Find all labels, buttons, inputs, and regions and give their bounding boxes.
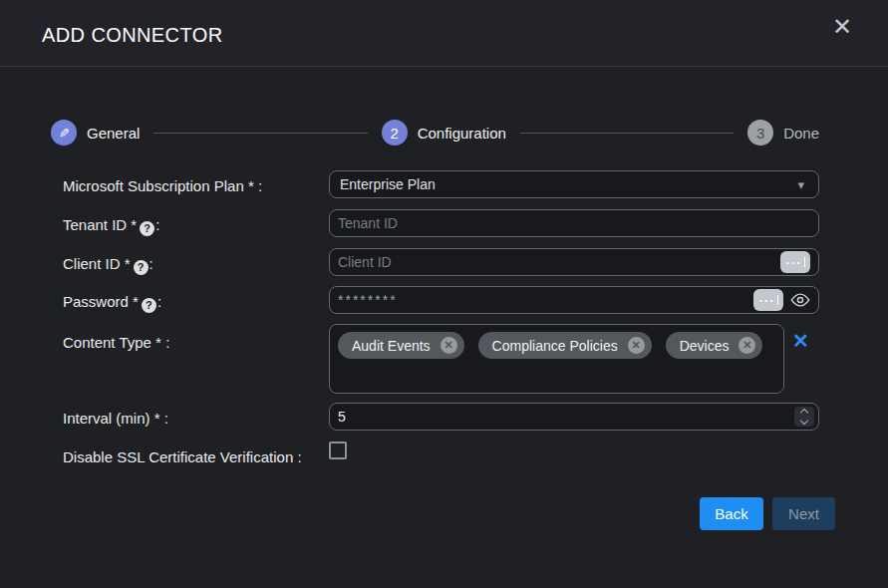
content-type-chip: Devices ✕ (666, 332, 763, 359)
step-configuration-circle: 2 (382, 120, 408, 146)
content-type-label: Content Type * : (63, 333, 312, 352)
step-connector-line (520, 133, 734, 134)
clear-all-icon[interactable]: ✕ (792, 331, 809, 351)
step-general[interactable]: ✎ General (51, 120, 140, 146)
dialog-header: ADD CONNECTOR ✕ (0, 0, 888, 67)
content-type-chip: Audit Events ✕ (338, 332, 464, 359)
step-general-circle[interactable]: ✎ (51, 120, 77, 146)
interval-input[interactable] (338, 409, 810, 425)
back-button[interactable]: Back (700, 497, 763, 530)
step-configuration: 2 Configuration (382, 120, 506, 146)
interval-field-wrap (329, 403, 819, 431)
subscription-plan-value: Enterprise Plan (338, 176, 797, 192)
remove-tag-icon[interactable]: ✕ (739, 337, 755, 354)
ellipsis-picker-button[interactable]: ··· (780, 251, 810, 273)
help-icon[interactable]: ? (140, 221, 154, 236)
subscription-plan-label: Microsoft Subscription Plan * : (63, 176, 312, 195)
tenant-id-field-wrap (329, 209, 819, 237)
client-id-field-wrap: ··· (329, 248, 819, 276)
dialog-title: ADD CONNECTOR (42, 24, 223, 47)
content-type-chip: Compliance Policies ✕ (478, 332, 652, 359)
help-icon[interactable]: ? (142, 298, 156, 313)
number-stepper[interactable] (794, 407, 814, 427)
password-field-wrap: ··· (329, 286, 819, 314)
client-id-input[interactable] (338, 254, 774, 270)
add-connector-dialog: ADD CONNECTOR ✕ ✎ General 2 Configuratio… (0, 0, 888, 588)
step-done-circle: 3 (747, 120, 773, 146)
tenant-id-input[interactable] (338, 215, 810, 231)
ellipsis-picker-button[interactable]: ··· (753, 289, 783, 311)
close-icon[interactable]: ✕ (832, 15, 852, 39)
interval-label: Interval (min) * : (63, 409, 312, 428)
stepper-down-icon[interactable] (800, 417, 808, 425)
password-input[interactable] (338, 292, 747, 308)
step-configuration-label: Configuration (418, 125, 506, 142)
step-done-label: Done (783, 125, 819, 142)
pencil-icon: ✎ (59, 126, 70, 141)
step-connector-line (153, 133, 367, 134)
eye-icon[interactable] (790, 293, 810, 307)
ssl-verification-label: Disable SSL Certificate Verification : (63, 447, 302, 466)
chevron-down-icon: ▾ (797, 177, 804, 192)
remove-tag-icon[interactable]: ✕ (628, 337, 645, 354)
client-id-label: Client ID *?: (63, 254, 312, 275)
step-general-label: General (87, 125, 140, 142)
wizard-stepper: ✎ General 2 Configuration 3 Done (51, 119, 819, 147)
password-label: Password *?: (63, 292, 312, 313)
next-button[interactable]: Next (772, 497, 835, 530)
help-icon[interactable]: ? (134, 260, 148, 275)
subscription-plan-select[interactable]: Enterprise Plan ▾ (329, 170, 819, 198)
step-done: 3 Done (747, 120, 819, 146)
remove-tag-icon[interactable]: ✕ (441, 337, 457, 354)
tenant-id-label: Tenant ID *?: (63, 215, 312, 236)
content-type-multiselect[interactable]: Audit Events ✕ Compliance Policies ✕ Dev… (329, 324, 784, 394)
ssl-verification-checkbox[interactable] (329, 441, 347, 459)
